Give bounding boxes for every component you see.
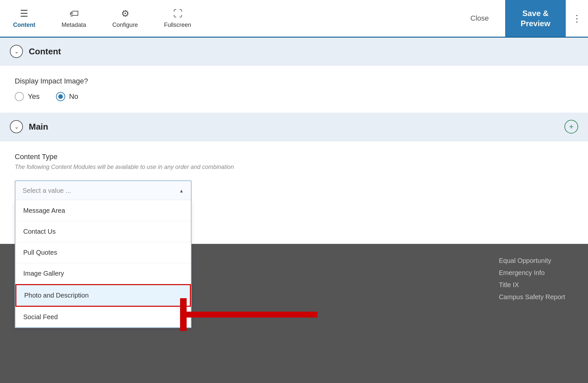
main-section-title: Main — [29, 122, 48, 132]
content-type-desc: The following Content Modules will be av… — [15, 164, 573, 171]
tab-metadata-label: Metadata — [62, 22, 86, 28]
radio-yes-option[interactable]: Yes — [15, 92, 40, 101]
radio-no-option[interactable]: No — [56, 92, 78, 101]
footer-link-title-ix: Title IX — [499, 281, 565, 289]
footer-col-3: Equal Opportunity Emergency Info Title I… — [499, 257, 565, 370]
dropdown-menu: Message Area Contact Us Pull Quotes Imag… — [15, 200, 192, 328]
content-type-dropdown[interactable]: Select a value ... ▲ Message Area Contac… — [15, 180, 192, 201]
more-icon: ⋮ — [572, 13, 581, 24]
radio-yes-circle — [15, 92, 24, 101]
impact-image-radio-group: Yes No — [15, 92, 573, 101]
radio-yes-label: Yes — [28, 92, 40, 101]
metadata-icon: 🏷 — [69, 8, 79, 19]
tab-metadata[interactable]: 🏷 Metadata — [48, 0, 99, 38]
dropdown-select-trigger[interactable]: Select a value ... ▲ — [15, 180, 192, 201]
radio-no-label: No — [69, 92, 78, 101]
tab-fullscreen[interactable]: ⛶ Fullscreen — [151, 0, 204, 38]
dropdown-arrow-icon: ▲ — [179, 188, 184, 193]
tab-fullscreen-label: Fullscreen — [164, 22, 191, 28]
main-section-header: ⌄ Main + — [0, 113, 588, 141]
save-preview-button[interactable]: Save &Preview — [505, 0, 566, 37]
display-impact-label: Display Impact Image? — [15, 77, 573, 85]
more-options-button[interactable]: ⋮ — [566, 0, 588, 37]
footer-link-equal-opportunity: Equal Opportunity — [499, 257, 565, 264]
content-type-label: Content Type — [15, 153, 573, 161]
content-section-title: Content — [29, 46, 61, 57]
main-collapse-button[interactable]: ⌄ — [10, 120, 23, 133]
radio-no-circle — [56, 92, 65, 101]
dropdown-item-photo-description[interactable]: Photo and Description — [15, 284, 191, 307]
main-section-body: Content Type The following Content Modul… — [0, 141, 588, 212]
dropdown-item-contact-us[interactable]: Contact Us — [15, 221, 191, 242]
footer-link-emergency-info: Emergency Info — [499, 269, 565, 277]
dropdown-item-message-area[interactable]: Message Area — [15, 200, 191, 221]
content-collapse-button[interactable]: ⌄ — [10, 45, 23, 58]
tab-configure-label: Configure — [112, 22, 138, 28]
dropdown-item-social-feed[interactable]: Social Feed — [15, 307, 191, 327]
footer-link-campus-safety: Campus Safety Report — [499, 293, 565, 301]
content-section-header: ⌄ Content — [0, 38, 588, 65]
tab-configure[interactable]: ⚙ Configure — [99, 0, 151, 38]
main-add-button[interactable]: + — [564, 120, 578, 134]
dropdown-placeholder: Select a value ... — [23, 187, 71, 194]
tab-content[interactable]: ☰ Content — [0, 0, 48, 38]
toolbar: ☰ Content 🏷 Metadata ⚙ Configure ⛶ Fulls… — [0, 0, 588, 38]
main-content-area: ⌄ Content Display Impact Image? Yes No ⌄… — [0, 38, 588, 383]
save-preview-label: Save &Preview — [521, 8, 550, 28]
content-icon: ☰ — [20, 8, 28, 19]
configure-icon: ⚙ — [121, 8, 129, 19]
close-button[interactable]: Close — [454, 0, 505, 37]
dropdown-item-pull-quotes[interactable]: Pull Quotes — [15, 242, 191, 263]
dropdown-item-image-gallery[interactable]: Image Gallery — [15, 263, 191, 284]
fullscreen-icon: ⛶ — [173, 8, 182, 19]
tab-content-label: Content — [13, 22, 35, 28]
content-section-body: Display Impact Image? Yes No — [0, 65, 588, 113]
